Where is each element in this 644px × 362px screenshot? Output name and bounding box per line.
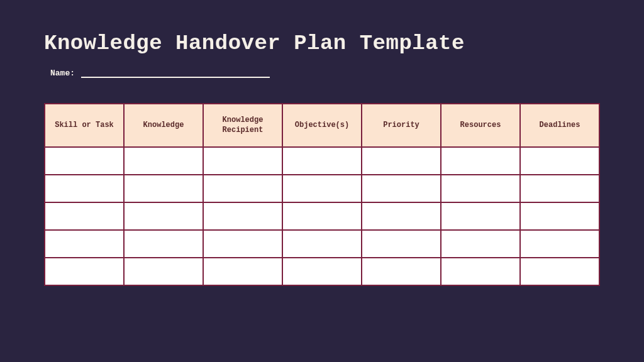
table-cell[interactable] xyxy=(203,230,282,258)
table-row xyxy=(45,258,599,285)
table-cell[interactable] xyxy=(203,175,282,202)
table-cell[interactable] xyxy=(282,230,362,258)
table-cell[interactable] xyxy=(520,202,599,230)
name-input-line[interactable] xyxy=(81,68,270,78)
table-row xyxy=(45,202,599,230)
table-cell[interactable] xyxy=(441,147,520,175)
header-deadlines: Deadlines xyxy=(520,104,599,147)
table-cell[interactable] xyxy=(520,258,599,285)
table-cell[interactable] xyxy=(520,230,599,258)
table-cell[interactable] xyxy=(45,175,124,202)
table-row xyxy=(45,175,599,202)
table-cell[interactable] xyxy=(362,258,441,285)
table-cell[interactable] xyxy=(520,147,599,175)
table-cell[interactable] xyxy=(441,258,520,285)
header-priority: Priority xyxy=(362,104,441,147)
table-header-row: Skill or Task Knowledge Knowledge Recipi… xyxy=(45,104,599,147)
table-cell[interactable] xyxy=(45,147,124,175)
header-knowledge: Knowledge xyxy=(124,104,203,147)
table-cell[interactable] xyxy=(282,202,362,230)
page-container: Knowledge Handover Plan Template Name: S… xyxy=(0,0,644,305)
page-title: Knowledge Handover Plan Template xyxy=(44,31,600,55)
header-resources: Resources xyxy=(441,104,520,147)
table-cell[interactable] xyxy=(362,230,441,258)
table-cell[interactable] xyxy=(362,147,441,175)
table-cell[interactable] xyxy=(441,175,520,202)
table-cell[interactable] xyxy=(124,202,203,230)
header-objectives: Objective(s) xyxy=(282,104,362,147)
table-cell[interactable] xyxy=(282,147,362,175)
table-cell[interactable] xyxy=(282,258,362,285)
table-cell[interactable] xyxy=(124,147,203,175)
table-cell[interactable] xyxy=(362,175,441,202)
header-knowledge-recipient: Knowledge Recipient xyxy=(203,104,282,147)
table-cell[interactable] xyxy=(203,202,282,230)
table-cell[interactable] xyxy=(203,147,282,175)
table-row xyxy=(45,230,599,258)
table-cell[interactable] xyxy=(45,230,124,258)
name-field-row: Name: xyxy=(44,68,600,78)
header-skill-or-task: Skill or Task xyxy=(45,104,124,147)
table-body xyxy=(45,147,599,285)
table-cell[interactable] xyxy=(441,230,520,258)
handover-table: Skill or Task Knowledge Knowledge Recipi… xyxy=(44,103,600,286)
table-cell[interactable] xyxy=(282,175,362,202)
table-cell[interactable] xyxy=(124,230,203,258)
table-cell[interactable] xyxy=(520,175,599,202)
table-cell[interactable] xyxy=(45,202,124,230)
table-cell[interactable] xyxy=(45,258,124,285)
table-cell[interactable] xyxy=(124,258,203,285)
table-cell[interactable] xyxy=(203,258,282,285)
name-label: Name: xyxy=(50,69,75,78)
table-cell[interactable] xyxy=(441,202,520,230)
table-cell[interactable] xyxy=(362,202,441,230)
table-row xyxy=(45,147,599,175)
table-cell[interactable] xyxy=(124,175,203,202)
